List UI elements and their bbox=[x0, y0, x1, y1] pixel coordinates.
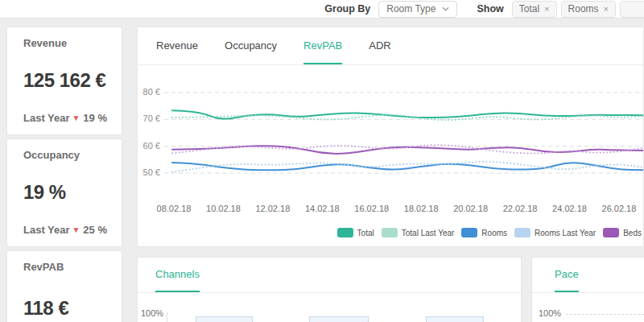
topbar: Group By Room Type Show Total×Rooms× bbox=[0, 0, 644, 19]
kpi-value: 118 € bbox=[23, 297, 107, 320]
kpi-compare-value: 25 % bbox=[83, 224, 107, 236]
legend-item-total[interactable]: Total bbox=[337, 228, 374, 237]
channels-panel: Channels 100% bbox=[137, 257, 522, 322]
legend-item-total-last-year[interactable]: Total Last Year bbox=[382, 228, 455, 237]
kpi-card-revpab: RevPAB118 € bbox=[6, 250, 122, 322]
channel-bar bbox=[196, 316, 253, 322]
kpi-compare-value: 19 % bbox=[83, 112, 107, 124]
tab-channels[interactable]: Channels bbox=[155, 258, 200, 292]
kpi-compare-label: Last Year bbox=[23, 112, 70, 124]
metrics-panel: RevenueOccupancyRevPABADR 80 €70 €60 €50… bbox=[137, 27, 644, 247]
x-tick-label: 08.02.18 bbox=[149, 204, 199, 213]
show-label: Show bbox=[477, 3, 503, 14]
kpi-title: Occupancy bbox=[23, 149, 107, 161]
legend-label: Total Last Year bbox=[402, 229, 455, 237]
tab-adr[interactable]: ADR bbox=[369, 27, 390, 64]
legend-label: Total bbox=[357, 229, 374, 237]
x-tick-label: 14.02.18 bbox=[297, 204, 347, 213]
channels-tabs: Channels bbox=[138, 258, 521, 293]
group-by-value: Room Type bbox=[386, 3, 436, 14]
group-by-label: Group By bbox=[324, 3, 370, 14]
trend-down-icon: ▼ bbox=[72, 114, 80, 122]
x-tick-label: 26.02.18 bbox=[594, 204, 644, 213]
y-tick-label: 70 € bbox=[138, 114, 160, 123]
chevron-down-icon bbox=[442, 6, 449, 11]
kpi-title: Revenue bbox=[23, 37, 107, 49]
filter-chip-total[interactable]: Total× bbox=[512, 1, 557, 18]
chip-remove-icon[interactable]: × bbox=[544, 5, 549, 14]
trend-down-icon: ▼ bbox=[72, 225, 80, 234]
legend-swatch bbox=[603, 228, 619, 237]
x-tick-label: 12.02.18 bbox=[248, 204, 298, 213]
x-tick-label: 20.02.18 bbox=[446, 204, 496, 213]
kpi-card-revenue: Revenue125 162 €Last Year▼19 % bbox=[6, 27, 122, 135]
legend-swatch bbox=[461, 228, 477, 237]
series-line-total bbox=[172, 110, 643, 118]
channel-bar bbox=[426, 316, 484, 322]
filter-chip-rooms[interactable]: Rooms× bbox=[561, 1, 616, 18]
metric-tabs: RevenueOccupancyRevPABADR bbox=[138, 27, 643, 65]
legend-label: Rooms Last Year bbox=[535, 229, 596, 237]
kpi-compare-label: Last Year bbox=[23, 224, 70, 236]
legend-item-rooms[interactable]: Rooms bbox=[461, 228, 507, 237]
y-tick-label: 60 € bbox=[138, 141, 160, 151]
chip-label: Rooms bbox=[568, 3, 599, 14]
tab-occupancy[interactable]: Occupancy bbox=[225, 27, 277, 64]
x-tick-label: 10.02.18 bbox=[198, 204, 248, 213]
tab-pace[interactable]: Pace bbox=[555, 258, 579, 292]
chip-remove-icon[interactable]: × bbox=[604, 5, 609, 14]
kpi-title: RevPAB bbox=[23, 261, 107, 273]
y-tick-label: 80 € bbox=[138, 87, 160, 97]
kpi-value: 19 % bbox=[23, 181, 107, 204]
legend-item-rooms-last-year[interactable]: Rooms Last Year bbox=[514, 228, 596, 237]
chart-legend: TotalTotal Last YearRoomsRooms Last Year… bbox=[337, 228, 642, 237]
legend-label: Rooms bbox=[481, 229, 507, 237]
legend-swatch bbox=[382, 228, 398, 237]
line-chart-plot bbox=[164, 84, 644, 188]
dashboard-screen: Group By Room Type Show Total×Rooms× Rev… bbox=[0, 0, 644, 322]
filter-chips: Total×Rooms× bbox=[512, 1, 644, 18]
legend-swatch bbox=[337, 228, 353, 237]
kpi-value: 125 162 € bbox=[23, 69, 107, 92]
legend-label: Beds bbox=[623, 229, 642, 237]
pace-100pct-gridline bbox=[566, 314, 644, 315]
kpi-card-occupancy: Occupancy19 %Last Year▼25 % bbox=[6, 138, 122, 247]
x-tick-label: 22.02.18 bbox=[495, 204, 545, 213]
legend-swatch bbox=[514, 228, 530, 237]
x-tick-label: 16.02.18 bbox=[347, 204, 397, 213]
pace-tabs: Pace bbox=[532, 258, 644, 293]
x-tick-label: 24.02.18 bbox=[545, 204, 595, 213]
channels-y-axis bbox=[167, 312, 167, 322]
group-by-select[interactable]: Room Type bbox=[378, 1, 457, 18]
chip-label: Total bbox=[519, 3, 539, 14]
pace-panel: Pace 100% bbox=[531, 257, 644, 322]
legend-item-beds[interactable]: Beds bbox=[603, 228, 642, 237]
filter-chip-partial[interactable] bbox=[620, 1, 644, 18]
channels-100pct-label: 100% bbox=[141, 308, 163, 318]
tab-revenue[interactable]: Revenue bbox=[156, 27, 198, 64]
y-tick-label: 50 € bbox=[138, 167, 160, 177]
tab-revpab[interactable]: RevPAB bbox=[303, 27, 342, 64]
kpi-compare-row: Last Year▼19 % bbox=[23, 112, 107, 124]
x-tick-label: 18.02.18 bbox=[396, 204, 446, 213]
pace-100pct-label: 100% bbox=[539, 308, 561, 318]
kpi-compare-row: Last Year▼25 % bbox=[23, 224, 107, 236]
channel-bar bbox=[309, 316, 369, 322]
